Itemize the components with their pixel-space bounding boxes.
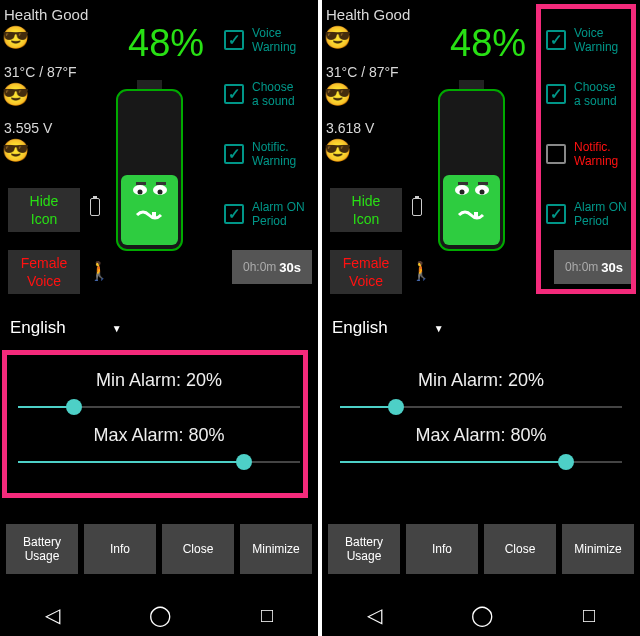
female-voice-button[interactable]: FemaleVoice <box>8 250 80 294</box>
close-button[interactable]: Close <box>484 524 556 574</box>
battery-face-icon <box>112 80 187 263</box>
small-battery-icon <box>90 198 100 216</box>
highlight-box <box>536 4 636 294</box>
cool-emoji-icon: 😎 <box>324 84 351 106</box>
close-button[interactable]: Close <box>162 524 234 574</box>
svg-rect-7 <box>136 182 146 185</box>
svg-point-16 <box>480 190 485 195</box>
max-alarm-label: Max Alarm: 80% <box>340 425 622 446</box>
person-icon: 🚶 <box>410 260 432 282</box>
cool-emoji-icon: 😎 <box>324 27 351 49</box>
language-value: English <box>10 318 66 338</box>
min-alarm-slider[interactable] <box>340 397 622 417</box>
battery-usage-button[interactable]: BatteryUsage <box>328 524 400 574</box>
language-dropdown[interactable]: English▼ <box>10 318 122 338</box>
small-battery-icon <box>412 198 422 216</box>
svg-point-4 <box>138 190 143 195</box>
language-value: English <box>332 318 388 338</box>
svg-rect-10 <box>459 80 484 90</box>
svg-rect-0 <box>137 80 162 90</box>
voltage-value: 3.595 V <box>4 120 52 136</box>
alarm-sliders: Min Alarm: 20% Max Alarm: 80% <box>328 352 634 490</box>
voice-warning-option[interactable]: ✓VoiceWarning <box>224 26 308 55</box>
recent-icon[interactable]: □ <box>583 604 595 627</box>
female-voice-button[interactable]: FemaleVoice <box>330 250 402 294</box>
right-screenshot: Health Good 😎 31°C / 87°F 😎 3.618 V 😎 48… <box>322 0 640 636</box>
back-icon[interactable]: ◁ <box>367 603 382 627</box>
person-icon: 🚶 <box>88 260 110 282</box>
cool-emoji-icon: 😎 <box>324 140 351 162</box>
temperature-value: 31°C / 87°F <box>4 64 77 80</box>
notification-warning-option[interactable]: ✓Notific.Warning <box>224 140 308 169</box>
android-nav-bar: ◁ ◯ □ <box>0 594 318 636</box>
choose-sound-option-label: Choosea sound <box>252 80 308 109</box>
svg-rect-9 <box>152 212 156 217</box>
dropdown-arrow-icon: ▼ <box>112 323 122 334</box>
dropdown-arrow-icon: ▼ <box>434 323 444 334</box>
minimize-button[interactable]: Minimize <box>562 524 634 574</box>
battery-face-icon <box>434 80 509 263</box>
svg-point-14 <box>460 190 465 195</box>
checkbox[interactable]: ✓ <box>224 204 244 224</box>
temperature-value: 31°C / 87°F <box>326 64 399 80</box>
svg-rect-8 <box>156 182 166 185</box>
svg-rect-12 <box>443 175 500 245</box>
recent-icon[interactable]: □ <box>261 604 273 627</box>
left-screenshot: Health Good 😎 31°C / 87°F 😎 3.595 V 😎 48… <box>0 0 318 636</box>
bottom-button-row: BatteryUsage Info Close Minimize <box>328 524 634 574</box>
checkbox[interactable]: ✓ <box>224 84 244 104</box>
svg-rect-18 <box>478 182 488 185</box>
cool-emoji-icon: 😎 <box>2 140 29 162</box>
battery-percent: 48% <box>450 22 526 65</box>
voice-warning-option-label: VoiceWarning <box>252 26 308 55</box>
language-dropdown[interactable]: English▼ <box>332 318 444 338</box>
checkbox[interactable]: ✓ <box>224 144 244 164</box>
cool-emoji-icon: 😎 <box>2 27 29 49</box>
battery-usage-button[interactable]: BatteryUsage <box>6 524 78 574</box>
home-icon[interactable]: ◯ <box>471 603 493 627</box>
bottom-button-row: BatteryUsage Info Close Minimize <box>6 524 312 574</box>
svg-rect-17 <box>458 182 468 185</box>
alarm-period-option[interactable]: ✓Alarm ONPeriod <box>224 200 308 229</box>
minimize-button[interactable]: Minimize <box>240 524 312 574</box>
choose-sound-option[interactable]: ✓Choosea sound <box>224 80 308 109</box>
alarm-period-option-label: Alarm ONPeriod <box>252 200 308 229</box>
home-icon[interactable]: ◯ <box>149 603 171 627</box>
voltage-value: 3.618 V <box>326 120 374 136</box>
svg-rect-2 <box>121 175 178 245</box>
alarm-period-button[interactable]: 0h:0m30s <box>232 250 312 284</box>
highlight-box <box>2 350 308 498</box>
svg-rect-19 <box>474 212 478 217</box>
min-alarm-label: Min Alarm: 20% <box>340 370 622 391</box>
notification-warning-option-label: Notific.Warning <box>252 140 308 169</box>
health-status: Health Good <box>4 6 88 23</box>
health-status: Health Good <box>326 6 410 23</box>
battery-percent: 48% <box>128 22 204 65</box>
max-alarm-slider[interactable] <box>340 452 622 472</box>
android-nav-bar: ◁ ◯ □ <box>322 594 640 636</box>
cool-emoji-icon: 😎 <box>2 84 29 106</box>
hide-icon-button[interactable]: HideIcon <box>330 188 402 232</box>
info-button[interactable]: Info <box>84 524 156 574</box>
svg-point-6 <box>158 190 163 195</box>
info-button[interactable]: Info <box>406 524 478 574</box>
checkbox[interactable]: ✓ <box>224 30 244 50</box>
back-icon[interactable]: ◁ <box>45 603 60 627</box>
hide-icon-button[interactable]: HideIcon <box>8 188 80 232</box>
